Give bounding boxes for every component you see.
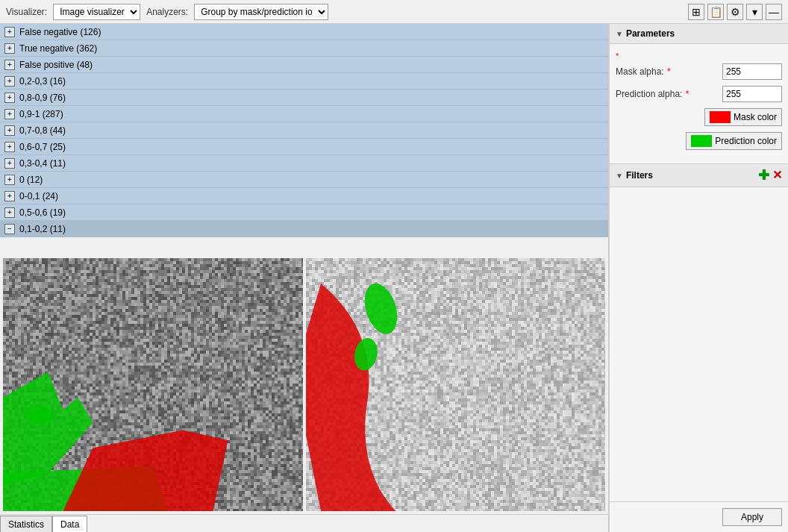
- filters-header: ▼ Filters ✚ ✕: [610, 164, 788, 187]
- image-canvas-right: [306, 258, 606, 511]
- filter-add-button[interactable]: ✚: [758, 169, 769, 182]
- mask-alpha-input[interactable]: [722, 63, 782, 80]
- list-item-range-02-03[interactable]: + 0,2-0,3 (16): [0, 73, 608, 90]
- prediction-color-button[interactable]: Prediction color: [686, 132, 782, 150]
- list-item-icon-range-03-04[interactable]: +: [4, 158, 15, 169]
- list-item-false-negative[interactable]: + False negative (126): [0, 24, 608, 40]
- bottom-tabs: Statistics Data: [0, 514, 608, 532]
- list-item-icon-range-06-07[interactable]: +: [4, 142, 15, 152]
- filter-remove-button[interactable]: ✕: [772, 169, 782, 181]
- toolbar-icon-3[interactable]: ⚙: [727, 4, 743, 20]
- list-item-icon-false-positive[interactable]: +: [4, 60, 15, 70]
- list-item-icon-range-05-06[interactable]: +: [4, 207, 15, 218]
- list-item-range-00-01[interactable]: + 0-0,1 (24): [0, 188, 608, 204]
- group-list[interactable]: + False negative (126) + True negative (…: [0, 24, 608, 255]
- apply-area: Apply: [610, 501, 788, 532]
- list-item-icon-range-07-08[interactable]: +: [4, 125, 15, 136]
- list-item-range-07-08[interactable]: + 0,7-0,8 (44): [0, 122, 608, 139]
- tab-data[interactable]: Data: [52, 516, 87, 532]
- mask-color-row: Mask color: [616, 108, 782, 126]
- visualizer-select[interactable]: Image visualizer: [53, 4, 140, 20]
- list-item-label-range-0: 0 (12): [19, 175, 43, 185]
- toolbar-icon-1[interactable]: ⊞: [688, 4, 704, 20]
- toolbar-icon-2[interactable]: 📋: [707, 4, 724, 20]
- right-panel: ▼ Parameters * Mask alpha: * Prediction …: [609, 24, 788, 532]
- list-item-range-03-04[interactable]: + 0,3-0,4 (11): [0, 155, 608, 172]
- list-item-icon-range-00-01[interactable]: +: [4, 191, 15, 201]
- main-toolbar: Visualizer: Image visualizer Analyzers: …: [0, 0, 788, 24]
- list-item-icon-range-09-1[interactable]: +: [4, 109, 15, 119]
- list-item-true-negative[interactable]: + True negative (362): [0, 40, 608, 57]
- list-item-label-range-05-06: 0,5-0,6 (19): [19, 207, 66, 218]
- list-item-range-01-02[interactable]: − 0,1-0,2 (11): [0, 221, 608, 237]
- prediction-color-row: Prediction color: [616, 132, 782, 150]
- prediction-color-swatch: [691, 135, 712, 147]
- list-item-icon-range-01-02[interactable]: −: [4, 224, 15, 234]
- prediction-alpha-input[interactable]: [722, 86, 782, 102]
- images-area: [0, 255, 608, 514]
- mask-color-swatch: [710, 111, 731, 123]
- tab-statistics[interactable]: Statistics: [0, 516, 52, 532]
- analyzers-select[interactable]: Group by mask/prediction io: [194, 4, 328, 20]
- analyzers-label: Analyzers:: [146, 7, 188, 17]
- list-item-label-false-positive: False positive (48): [19, 60, 93, 70]
- parameters-arrow: ▼: [616, 30, 623, 38]
- mask-color-label: Mask color: [734, 112, 777, 122]
- list-item-icon-false-negative[interactable]: +: [4, 27, 15, 37]
- filters-arrow: ▼: [616, 172, 623, 180]
- list-item-label-range-03-04: 0,3-0,4 (11): [19, 158, 66, 169]
- mask-alpha-label: Mask alpha: *: [616, 66, 671, 77]
- filters-actions: ✚ ✕: [758, 169, 782, 182]
- list-item-label-range-06-07: 0,6-0,7 (25): [19, 142, 66, 152]
- main-area: + False negative (126) + True negative (…: [0, 24, 788, 532]
- parameters-content: * Mask alpha: * Prediction alpha: *: [610, 44, 788, 163]
- parameters-section: ▼ Parameters * Mask alpha: * Prediction …: [610, 24, 788, 164]
- prediction-alpha-row: Prediction alpha: *: [616, 86, 782, 102]
- toolbar-icon-4[interactable]: —: [766, 4, 782, 20]
- list-item-range-08-09[interactable]: + 0,8-0,9 (76): [0, 90, 608, 106]
- left-panel: + False negative (126) + True negative (…: [0, 24, 609, 532]
- list-item-label-range-08-09: 0,8-0,9 (76): [19, 93, 66, 103]
- parameters-title: Parameters: [626, 28, 675, 39]
- apply-button[interactable]: Apply: [722, 508, 782, 526]
- filters-title: Filters: [626, 170, 653, 181]
- list-item-label-false-negative: False negative (126): [19, 27, 101, 37]
- required-note: *: [616, 51, 782, 60]
- parameters-header: ▼ Parameters: [610, 24, 788, 44]
- list-item-range-05-06[interactable]: + 0,5-0,6 (19): [0, 204, 608, 221]
- visualizer-label: Visualizer:: [6, 7, 47, 17]
- list-item-label-range-09-1: 0,9-1 (287): [19, 109, 63, 119]
- prediction-color-label: Prediction color: [715, 136, 777, 146]
- toolbar-right-icons: ⊞ 📋 ⚙ ▾ —: [688, 4, 782, 20]
- list-item-label-true-negative: True negative (362): [19, 43, 97, 54]
- toolbar-icon-dropdown[interactable]: ▾: [746, 4, 763, 20]
- image-canvas-left: [3, 258, 303, 511]
- list-item-icon-range-0[interactable]: +: [4, 175, 15, 185]
- list-item-range-06-07[interactable]: + 0,6-0,7 (25): [0, 139, 608, 155]
- image-panel-left: [3, 258, 303, 511]
- list-item-icon-true-negative[interactable]: +: [4, 43, 15, 54]
- prediction-alpha-label: Prediction alpha: *: [616, 89, 689, 99]
- list-item-label-range-07-08: 0,7-0,8 (44): [19, 125, 66, 136]
- list-item-range-09-1[interactable]: + 0,9-1 (287): [0, 106, 608, 122]
- list-item-icon-range-02-03[interactable]: +: [4, 76, 15, 87]
- list-item-label-range-02-03: 0,2-0,3 (16): [19, 76, 66, 87]
- list-item-icon-range-08-09[interactable]: +: [4, 93, 15, 103]
- mask-alpha-row: Mask alpha: *: [616, 63, 782, 80]
- image-panel-right: [306, 258, 606, 511]
- filters-section: ▼ Filters ✚ ✕: [610, 164, 788, 501]
- list-item-false-positive[interactable]: + False positive (48): [0, 57, 608, 73]
- mask-color-button[interactable]: Mask color: [704, 108, 782, 126]
- list-item-label-range-01-02: 0,1-0,2 (11): [19, 224, 66, 234]
- list-item-range-0[interactable]: + 0 (12): [0, 172, 608, 188]
- list-item-label-range-00-01: 0-0,1 (24): [19, 191, 58, 201]
